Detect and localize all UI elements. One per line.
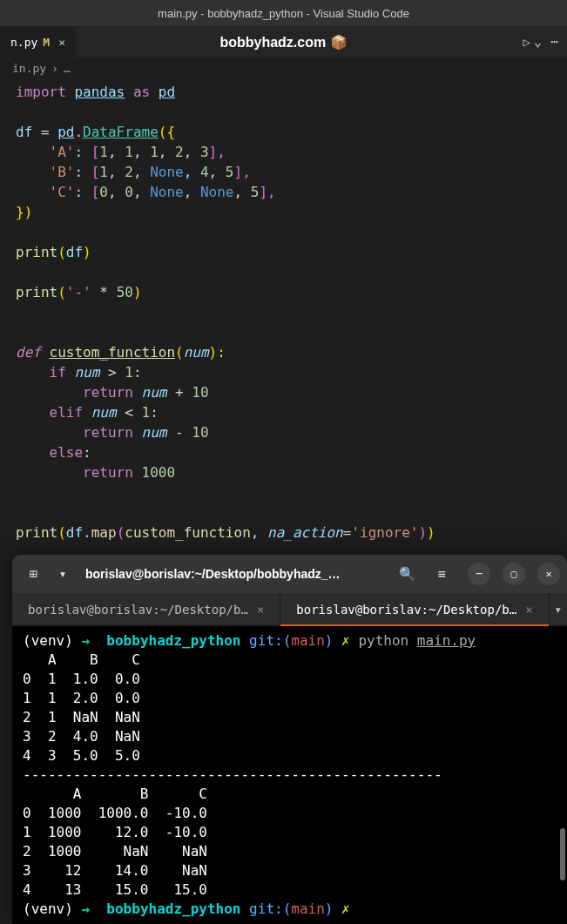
new-tab-button[interactable]: ⊞ [19, 560, 47, 588]
terminal-window: ⊞ ▾ borislav@borislav:~/Desktop/bobbyhad… [12, 555, 567, 924]
prompt-arrow-icon: → [81, 632, 90, 649]
window-titlebar: main.py - bobbyhadz_python - Visual Stud… [0, 0, 567, 26]
alias-pd: pd [159, 84, 175, 100]
prompt-arrow-icon: → [81, 900, 90, 917]
maximize-button[interactable]: ▢ [503, 563, 525, 585]
kw-return: return [83, 464, 133, 481]
output-line: A B C [23, 786, 207, 802]
output-line: 0 1 1.0 0.0 [23, 671, 140, 687]
terminal-title: borislav@borislav:~/Desktop/bobbyhadz_… [78, 567, 386, 581]
tab-label: n.py [10, 36, 37, 49]
dirty-icon: ✗ [341, 632, 350, 649]
scrollbar-thumb[interactable] [560, 828, 565, 880]
kw-as: as [133, 84, 150, 100]
search-icon[interactable]: 🔍 [393, 560, 421, 588]
output-line: 3 12 14.0 NaN [23, 862, 207, 879]
fn-print: print [16, 284, 57, 300]
tab-main-py[interactable]: n.py M × [0, 26, 76, 57]
tab-modified-indicator: M [43, 36, 50, 49]
kw-return: return [83, 424, 133, 441]
output-line: 4 13 15.0 15.0 [23, 881, 207, 898]
output-line: 3 2 4.0 NaN [23, 728, 140, 745]
ref-pd: pd [57, 124, 74, 140]
fn-print: print [16, 244, 57, 260]
terminal-tabs: borislav@borislav:~/Desktop/b… × borisla… [12, 593, 567, 626]
kw-def: def [16, 344, 41, 361]
breadcrumb[interactable]: in.py › … [0, 57, 567, 78]
terminal-body[interactable]: (venv) → bobbyhadz_python git:(main) ✗ p… [12, 626, 567, 924]
chevron-right-icon: › [51, 62, 58, 75]
close-button[interactable]: ✕ [537, 563, 560, 585]
close-icon[interactable]: × [55, 36, 69, 49]
terminal-tab-1[interactable]: borislav@borislav:~/Desktop/b… × [12, 593, 280, 625]
output-line: 1 1 2.0 0.0 [23, 690, 140, 706]
output-line: 4 3 5.0 5.0 [23, 747, 140, 764]
output-line: 0 1000 1000.0 -10.0 [23, 805, 207, 821]
output-line: 1 1000 12.0 -10.0 [23, 824, 207, 840]
kw-else: else [50, 444, 84, 461]
mod-pandas: pandas [74, 84, 125, 100]
editor-tab-bar: n.py M × bobbyhadz.com 📦 ▷ ⌄ ⋯ [0, 26, 567, 57]
menu-icon[interactable]: ≡ [428, 560, 456, 588]
kw-if: if [50, 364, 66, 381]
terminal-tab-label: borislav@borislav:~/Desktop/b… [28, 603, 248, 617]
close-icon[interactable]: × [525, 603, 532, 617]
play-icon[interactable]: ▷ [523, 35, 530, 49]
var-df: df [16, 124, 32, 140]
close-icon[interactable]: × [257, 603, 264, 617]
minimize-button[interactable]: ─ [468, 563, 490, 585]
code-editor[interactable]: import pandas as pd df = pd.DataFrame({ … [0, 78, 567, 546]
terminal-tab-2[interactable]: borislav@borislav:~/Desktop/b… × [280, 593, 549, 625]
output-line: A B C [23, 651, 140, 668]
cls-dataframe: DataFrame [83, 124, 159, 140]
more-icon[interactable]: ⋯ [550, 34, 558, 50]
terminal-tab-label: borislav@borislav:~/Desktop/b… [296, 603, 516, 617]
kw-elif: elif [50, 404, 84, 421]
fn-custom: custom_function [50, 344, 176, 361]
tab-list-dropdown[interactable]: ▾ [54, 560, 71, 588]
breadcrumb-ellipsis: … [64, 62, 71, 75]
window-title: main.py - bobbyhadz_python - Visual Stud… [158, 7, 409, 20]
tab-dropdown-icon[interactable]: ▾ [550, 593, 567, 625]
chevron-down-icon[interactable]: ⌄ [534, 34, 542, 50]
fn-print: print [16, 524, 57, 541]
dirty-icon: ✗ [341, 900, 350, 917]
output-line: 2 1000 NaN NaN [23, 843, 207, 860]
kw-return: return [83, 384, 133, 401]
output-line: 2 1 NaN NaN [23, 709, 140, 725]
center-label: bobbyhadz.com 📦 [219, 34, 347, 51]
breadcrumb-file: in.py [12, 62, 46, 75]
terminal-titlebar[interactable]: ⊞ ▾ borislav@borislav:~/Desktop/bobbyhad… [12, 555, 567, 593]
output-line: ----------------------------------------… [23, 766, 442, 783]
kw-import: import [16, 84, 66, 100]
run-controls: ▷ ⌄ ⋯ [523, 34, 559, 50]
